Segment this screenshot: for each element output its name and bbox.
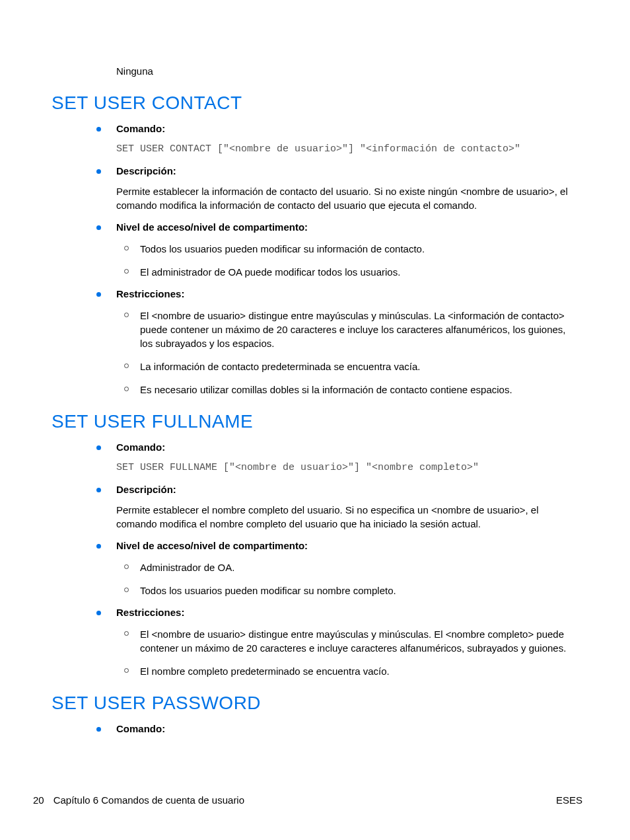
item-label: Nivel de acceso/nivel de compartimento: [116,221,578,233]
list-item: Comando: [116,723,578,734]
list-item: Descripción: Permite establecer la infor… [116,165,578,212]
section-list: Comando: [52,723,578,734]
item-label: Comando: [116,441,578,453]
page-number: 20 [33,794,44,806]
list-item: Nivel de acceso/nivel de compartimento: … [116,540,578,597]
page: Ninguna SET USER CONTACT Comando: SET US… [0,0,630,840]
sub-item: El administrador de OA puede modificar t… [140,265,578,279]
footer-lang: ESES [556,794,582,806]
item-body: Permite establecer el nombre completo de… [116,503,578,531]
sub-item: Todos los usuarios pueden modificar su i… [140,242,578,256]
section-title-set-user-fullname: SET USER FULLNAME [52,411,578,432]
section-title-set-user-password: SET USER PASSWORD [52,693,578,714]
code-block: SET USER FULLNAME ["<nombre de usuario>"… [116,461,578,475]
sub-list: Todos los usuarios pueden modificar su i… [116,242,578,279]
sub-list: El <nombre de usuario> distingue entre m… [116,309,578,397]
sub-item: Administrador de OA. [140,560,578,574]
item-label: Nivel de acceso/nivel de compartimento: [116,540,578,551]
item-label: Restricciones: [116,288,578,299]
list-item: Nivel de acceso/nivel de compartimento: … [116,221,578,279]
list-item: Comando: SET USER FULLNAME ["<nombre de … [116,441,578,475]
item-label: Descripción: [116,484,578,495]
sub-item: Es necesario utilizar comillas dobles si… [140,383,578,397]
list-item: Comando: SET USER CONTACT ["<nombre de u… [116,123,578,156]
section-title-set-user-contact: SET USER CONTACT [52,93,578,114]
list-item: Restricciones: El <nombre de usuario> di… [116,607,578,678]
item-label: Descripción: [116,165,578,176]
item-label: Comando: [116,723,578,734]
code-block: SET USER CONTACT ["<nombre de usuario>"]… [116,142,578,156]
item-label: Restricciones: [116,607,578,618]
section-list: Comando: SET USER CONTACT ["<nombre de u… [52,123,578,397]
sub-item: El <nombre de usuario> distingue entre m… [140,309,578,350]
sub-list: Administrador de OA. Todos los usuarios … [116,560,578,597]
item-label: Comando: [116,123,578,134]
footer-left: 20 Capítulo 6 Comandos de cuenta de usua… [33,794,244,806]
section-list: Comando: SET USER FULLNAME ["<nombre de … [52,441,578,678]
list-item: Descripción: Permite establecer el nombr… [116,484,578,531]
sub-item: La información de contacto predeterminad… [140,360,578,373]
item-body: Permite establecer la información de con… [116,184,578,212]
sub-item: El nombre completo predeterminado se enc… [140,664,578,678]
sub-item: El <nombre de usuario> distingue entre m… [140,627,578,655]
lead-in-text: Ninguna [116,65,578,78]
page-footer: 20 Capítulo 6 Comandos de cuenta de usua… [33,794,582,806]
chapter-title: Capítulo 6 Comandos de cuenta de usuario [53,794,244,806]
sub-item: Todos los usuarios pueden modificar su n… [140,584,578,597]
list-item: Restricciones: El <nombre de usuario> di… [116,288,578,397]
sub-list: El <nombre de usuario> distingue entre m… [116,627,578,678]
